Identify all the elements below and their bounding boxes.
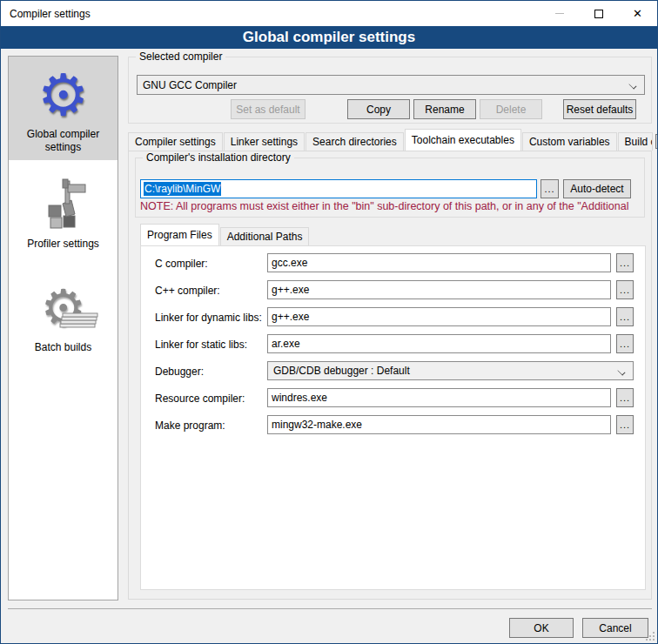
tab-additional-paths[interactable]: Additional Paths xyxy=(220,227,310,245)
sidebar-item-label: Global compiler settings xyxy=(20,128,107,154)
window-controls: ✕ xyxy=(540,1,657,26)
selected-compiler-group-label: Selected compiler xyxy=(136,50,225,63)
tab-linker-settings[interactable]: Linker settings xyxy=(224,132,305,151)
c-compiler-label: C compiler: xyxy=(155,258,208,270)
chevron-down-icon xyxy=(618,367,626,375)
rename-button[interactable]: Rename xyxy=(413,99,476,119)
make-program-browse-button[interactable]: ... xyxy=(616,415,634,434)
make-program-label: Make program: xyxy=(155,419,225,432)
debugger-select-value: GDB/CDB debugger : Default xyxy=(273,365,618,377)
tab-compiler-settings[interactable]: Compiler settings xyxy=(128,132,223,151)
resource-compiler-browse-button[interactable]: ... xyxy=(616,388,634,407)
program-files-tab-bar: Program Files Additional Paths xyxy=(140,225,310,245)
copy-button[interactable]: Copy xyxy=(347,99,410,119)
page-title: Global compiler settings xyxy=(1,26,657,49)
cpp-compiler-label: C++ compiler: xyxy=(155,285,220,297)
program-files-page: C compiler: ... C++ compiler: ... Linker… xyxy=(140,245,646,590)
selected-compiler-group: Selected compiler GNU GCC Compiler Set a… xyxy=(128,57,652,124)
install-dir-group-label: Compiler's installation directory xyxy=(143,151,294,164)
static-linker-input[interactable] xyxy=(267,334,611,353)
gray-gear-icon: ⚙ xyxy=(32,277,95,339)
sidebar: ⚙ Global compiler settings Profil xyxy=(8,56,118,600)
compiler-select[interactable]: GNU GCC Compiler xyxy=(137,75,645,95)
dynamic-linker-browse-button[interactable]: ... xyxy=(616,307,634,326)
maximize-icon xyxy=(594,10,603,18)
close-icon: ✕ xyxy=(633,8,642,19)
debugger-select[interactable]: GDB/CDB debugger : Default xyxy=(267,361,634,380)
sidebar-item-label: Batch builds xyxy=(35,341,91,354)
chevron-down-icon xyxy=(629,81,637,89)
c-compiler-input[interactable] xyxy=(267,253,611,272)
delete-button[interactable]: Delete xyxy=(480,99,542,119)
install-dir-selected-text: C:\raylib\MinGW xyxy=(144,182,221,196)
tab-toolchain-executables[interactable]: Toolchain executables xyxy=(405,129,521,151)
autodetect-button[interactable]: Auto-detect xyxy=(563,179,631,198)
window-title: Compiler settings xyxy=(1,8,540,20)
cpp-compiler-input[interactable] xyxy=(267,280,611,299)
sidebar-item-profiler-settings[interactable]: Profiler settings xyxy=(9,160,118,264)
c-compiler-browse-button[interactable]: ... xyxy=(616,253,634,272)
set-as-default-button[interactable]: Set as default xyxy=(231,99,306,119)
blue-gear-icon: ⚙ xyxy=(32,64,95,126)
tab-scroll-left-icon[interactable]: ◀ xyxy=(655,134,658,149)
footer-divider xyxy=(8,608,652,609)
tab-search-directories[interactable]: Search directories xyxy=(306,132,404,151)
resource-compiler-label: Resource compiler: xyxy=(155,392,245,405)
caliper-icon xyxy=(32,173,95,236)
compiler-settings-dialog: Compiler settings ✕ Global compiler sett… xyxy=(0,0,658,644)
close-button[interactable]: ✕ xyxy=(618,1,657,26)
static-linker-label: Linker for static libs: xyxy=(155,339,247,351)
tab-build-options-clipped[interactable]: Build options xyxy=(618,132,653,151)
sidebar-item-batch-builds[interactable]: ⚙ Batch builds xyxy=(9,264,118,367)
resize-grip[interactable] xyxy=(646,632,655,641)
ok-button[interactable]: OK xyxy=(509,618,574,638)
cpp-compiler-browse-button[interactable]: ... xyxy=(616,280,634,299)
sidebar-item-label: Profiler settings xyxy=(27,238,99,251)
tab-program-files[interactable]: Program Files xyxy=(140,224,219,245)
titlebar: Compiler settings ✕ xyxy=(1,1,657,26)
minimize-button xyxy=(540,1,579,26)
dynamic-linker-label: Linker for dynamic libs: xyxy=(155,312,262,324)
minimize-icon xyxy=(555,13,564,14)
maximize-button[interactable] xyxy=(579,1,618,26)
resource-compiler-input[interactable] xyxy=(267,388,611,407)
note-text: NOTE: All programs must exist either in … xyxy=(140,200,650,212)
cancel-button[interactable]: Cancel xyxy=(582,618,648,638)
debugger-label: Debugger: xyxy=(155,366,204,378)
dynamic-linker-input[interactable] xyxy=(267,307,611,326)
install-dir-browse-button[interactable]: ... xyxy=(540,179,559,198)
static-linker-browse-button[interactable]: ... xyxy=(616,334,634,353)
make-program-input[interactable] xyxy=(267,415,611,434)
install-dir-input[interactable]: C:\raylib\MinGW xyxy=(140,179,537,198)
compiler-select-value: GNU GCC Compiler xyxy=(143,79,629,91)
reset-defaults-button[interactable]: Reset defaults xyxy=(563,99,636,119)
settings-tab-bar: Compiler settings Linker settings Search… xyxy=(128,131,658,151)
tab-custom-variables[interactable]: Custom variables xyxy=(522,132,617,151)
sidebar-item-global-compiler-settings[interactable]: ⚙ Global compiler settings xyxy=(9,57,118,160)
